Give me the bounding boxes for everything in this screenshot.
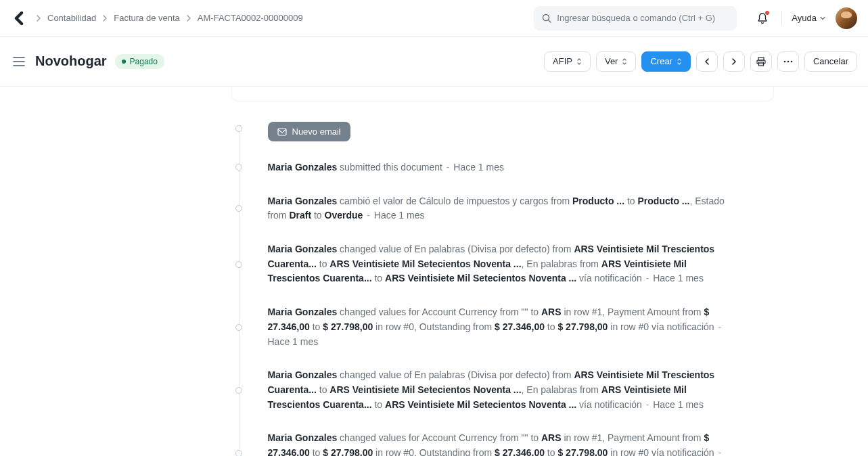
timeline-entry-text: Maria Gonzales changed values for Accoun… <box>268 431 728 456</box>
breadcrumb: Contabilidad Factura de venta AM-FACTA00… <box>35 13 528 23</box>
select-icon <box>622 58 627 66</box>
timeline-compose: Nuevo email <box>268 122 774 141</box>
form-card-bottom <box>231 87 774 101</box>
divider <box>781 11 782 26</box>
app-logo[interactable] <box>11 10 27 26</box>
dots-horizontal-icon <box>783 60 793 63</box>
help-label: Ayuda <box>792 13 817 23</box>
cancel-button[interactable]: Cancelar <box>804 51 857 72</box>
help-button[interactable]: Ayuda <box>792 13 826 23</box>
afip-label: AFIP <box>553 56 572 66</box>
menu-toggle-button[interactable] <box>11 53 27 70</box>
timeline-entry-text: Maria Gonzales changed value of En palab… <box>268 368 728 412</box>
printer-icon <box>756 56 767 67</box>
timeline-marker-icon <box>235 450 242 456</box>
svg-point-8 <box>784 60 786 62</box>
chevron-right-icon <box>35 15 42 22</box>
print-button[interactable] <box>750 51 772 72</box>
page-actions: AFIP Ver Crear <box>544 51 857 72</box>
mail-icon <box>277 128 287 136</box>
ver-label: Ver <box>605 56 618 66</box>
notifications-button[interactable] <box>753 9 772 28</box>
timeline-entry: Maria Gonzales changed value of En palab… <box>268 242 774 286</box>
more-menu-button[interactable] <box>777 51 799 72</box>
breadcrumb-item-factura[interactable]: Factura de venta <box>114 13 180 23</box>
chevron-right-icon <box>731 58 737 66</box>
svg-line-1 <box>549 20 551 22</box>
svg-rect-11 <box>278 129 286 135</box>
chevron-down-icon <box>819 15 826 22</box>
page-header: Novohogar Pagado AFIP Ver Crear <box>0 37 868 87</box>
timeline-marker-icon <box>235 387 242 394</box>
search-placeholder: Ingresar búsqueda o comando (Ctrl + G) <box>557 13 715 23</box>
new-email-button[interactable]: Nuevo email <box>268 122 350 141</box>
timeline-marker-icon <box>235 164 242 170</box>
select-icon <box>576 58 582 66</box>
crear-label: Crear <box>650 56 672 66</box>
timeline-entry: Maria Gonzales changed values for Accoun… <box>268 431 774 456</box>
navbar: Contabilidad Factura de venta AM-FACTA00… <box>0 0 868 37</box>
avatar[interactable] <box>836 7 857 29</box>
status-label: Pagado <box>130 57 158 66</box>
timeline-entry: Maria Gonzales changed values for Accoun… <box>268 305 774 349</box>
timeline-entry-text: Maria Gonzales submitted this document -… <box>268 160 728 175</box>
content-column: Nuevo email Maria Gonzales submitted thi… <box>81 87 787 456</box>
ver-menu-button[interactable]: Ver <box>596 51 637 72</box>
timeline-entry-text: Maria Gonzales changed value of En palab… <box>268 242 728 286</box>
status-badge: Pagado <box>115 54 164 69</box>
select-icon <box>677 58 682 66</box>
timeline-entry-text: Maria Gonzales changed values for Accoun… <box>268 305 728 349</box>
afip-menu-button[interactable]: AFIP <box>544 51 591 72</box>
search-icon <box>542 14 551 23</box>
search-input[interactable]: Ingresar búsqueda o comando (Ctrl + G) <box>534 6 737 30</box>
cancel-label: Cancelar <box>813 56 848 66</box>
page-body[interactable]: Nuevo email Maria Gonzales submitted thi… <box>0 87 868 456</box>
timeline-entry: Maria Gonzales submitted this document -… <box>268 160 774 175</box>
notification-dot-icon <box>765 11 769 15</box>
timeline: Nuevo email Maria Gonzales submitted thi… <box>231 122 774 456</box>
prev-button[interactable] <box>696 51 718 72</box>
next-button[interactable] <box>723 51 745 72</box>
status-dot-icon <box>122 60 126 64</box>
breadcrumb-item-contabilidad[interactable]: Contabilidad <box>47 13 96 23</box>
chevron-right-icon <box>185 15 192 22</box>
page-title: Novohogar <box>35 53 107 69</box>
timeline-marker-icon <box>235 324 242 331</box>
timeline-entry: Maria Gonzales changed value of En palab… <box>268 368 774 412</box>
timeline-marker-icon <box>235 125 242 132</box>
chevron-left-icon <box>704 58 710 66</box>
timeline-entry-text: Maria Gonzales cambió el valor de Cálcul… <box>268 194 728 223</box>
timeline-marker-icon <box>235 205 242 212</box>
timeline-entry: Maria Gonzales cambió el valor de Cálcul… <box>268 194 774 223</box>
timeline-marker-icon <box>235 261 242 268</box>
crear-button[interactable]: Crear <box>641 51 691 72</box>
new-email-label: Nuevo email <box>292 127 341 137</box>
svg-point-9 <box>787 60 790 62</box>
chevron-right-icon <box>101 15 108 22</box>
svg-point-10 <box>791 60 793 62</box>
navbar-right: Ayuda <box>753 7 857 29</box>
breadcrumb-item-doc[interactable]: AM-FACTA0002-00000009 <box>198 13 303 23</box>
